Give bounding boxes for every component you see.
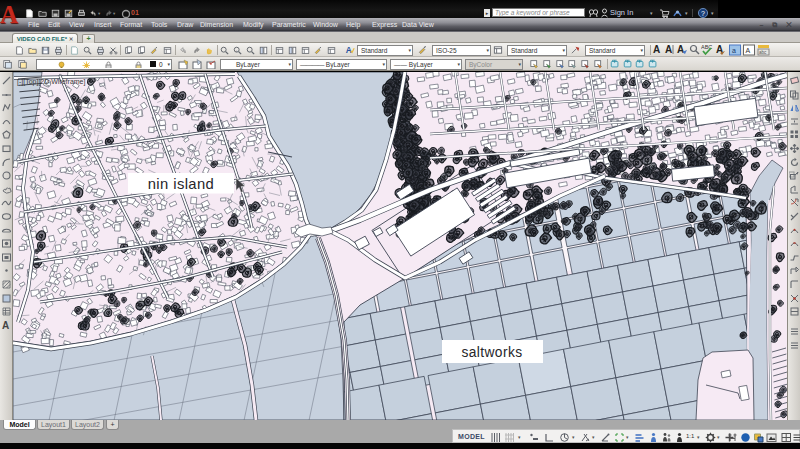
svg-text:nin island: nin island — [148, 176, 215, 192]
svg-text:A: A — [346, 45, 352, 55]
svg-text:A: A — [665, 44, 672, 55]
svg-text:[-][Top][2D Wireframe]: [-][Top][2D Wireframe] — [17, 78, 86, 86]
svg-text:A: A — [2, 320, 9, 331]
svg-text:a: a — [732, 47, 736, 54]
svg-text:?: ? — [701, 10, 705, 17]
svg-text:saltworks: saltworks — [461, 345, 522, 360]
svg-text:A: A — [677, 44, 684, 55]
svg-text:abc: abc — [759, 50, 767, 55]
svg-text:A: A — [746, 47, 751, 54]
svg-text:A: A — [653, 44, 660, 55]
